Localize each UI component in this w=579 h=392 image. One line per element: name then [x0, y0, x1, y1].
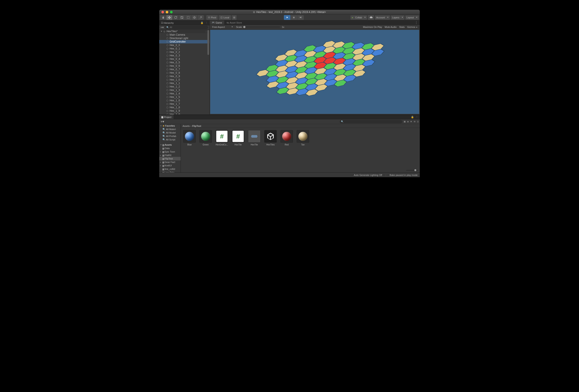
close-window-button[interactable] — [161, 11, 164, 13]
kebab-icon[interactable]: ⋮ — [205, 21, 208, 24]
folder-item[interactable]: ▆ Data — [159, 147, 181, 150]
local-toggle-button[interactable]: ◫ Local — [219, 15, 231, 20]
create-button[interactable]: +▾ — [160, 26, 165, 29]
panel-menu-icon[interactable]: ⋮ — [413, 20, 420, 25]
pivot-icon: ⊙ — [208, 16, 210, 19]
hierarchy-item[interactable]: ⬡Hex_0_5 — [159, 61, 209, 64]
hierarchy-item[interactable]: ⬡Hex_1_2 — [159, 85, 209, 88]
hierarchy-item[interactable]: ⬡Hex_0_7 — [159, 68, 209, 71]
asset-item[interactable]: Blue — [183, 130, 196, 146]
scene-row[interactable]: ▼◎HexTiles*⋮ — [159, 30, 209, 33]
folder-item[interactable]: ▸▆ KreliUI — [159, 164, 181, 167]
asset-item[interactable]: Green — [199, 130, 212, 146]
custom-tool-button[interactable] — [198, 15, 204, 20]
hierarchy-item[interactable]: ⬡Hex_1_5 — [159, 95, 209, 99]
project-content: Assets›FlipTest BlueGreen#HexGridCo...#H… — [181, 124, 420, 172]
hierarchy-item[interactable]: ⬡Hex_0_1 — [159, 47, 209, 50]
folder-item[interactable]: ▆ FlipTest — [159, 157, 181, 160]
hierarchy-item[interactable]: ⬡Hex_0_8 — [159, 71, 209, 75]
hand-tool-button[interactable] — [160, 15, 166, 20]
collab-dropdown[interactable]: ●Collab▼ — [351, 15, 367, 20]
account-dropdown[interactable]: Account▼ — [375, 15, 390, 20]
favorite-item[interactable]: 🔍 All Materi — [159, 128, 181, 131]
stats-button[interactable]: Stats — [398, 26, 406, 28]
play-button[interactable] — [284, 15, 290, 20]
layers-dropdown[interactable]: Layers▼ — [391, 15, 404, 20]
hierarchy-item[interactable]: ⬡Hex_0_6 — [159, 64, 209, 68]
pivot-toggle-button[interactable]: ⊙ Pivot — [206, 15, 218, 20]
game-viewport[interactable] — [210, 29, 420, 115]
hierarchy-item[interactable]: ⬡Hex_1_3 — [159, 88, 209, 92]
scale-slider[interactable] — [243, 27, 280, 27]
create-asset-button[interactable]: +▾ — [160, 120, 164, 124]
hierarchy-scrollbar[interactable] — [207, 30, 209, 55]
assets-header[interactable]: ▼▆ Assets — [159, 143, 181, 147]
lock-icon[interactable]: 🔒 — [201, 21, 204, 24]
asset-item[interactable]: HexTiles — [264, 130, 277, 146]
chevron-down-icon: ▼ — [416, 16, 418, 18]
hierarchy-item[interactable]: ⬡Hex_0_4 — [159, 57, 209, 61]
lock-icon[interactable]: 🔒 — [411, 116, 414, 118]
favorites-header[interactable]: ▼★ Favorites — [159, 124, 181, 128]
step-button[interactable] — [297, 15, 304, 20]
folder-item[interactable]: ▸▆ Low Poly — [159, 171, 181, 172]
layout-dropdown[interactable]: Layout▼ — [405, 15, 419, 20]
folder-item[interactable]: ▸▆ FlatKit — [159, 154, 181, 157]
transform-tool-button[interactable] — [191, 15, 198, 20]
kebab-icon[interactable]: ⋮ — [416, 116, 418, 118]
favorite-item[interactable]: 🔍 All Script — [159, 138, 181, 141]
hierarchy-item[interactable]: ⬡Hex_0_0 — [159, 43, 209, 47]
hierarchy-item[interactable]: ⬡GridController — [159, 40, 209, 43]
tab-project[interactable]: ▆Project — [159, 115, 173, 119]
asset-item[interactable]: HexTile — [248, 130, 261, 146]
snap-button[interactable]: ▦ — [232, 15, 237, 20]
hierarchy-tab[interactable]: ☱ Hierarchy 🔒 ⋮ — [159, 20, 209, 25]
save-search-icon[interactable]: ★ — [410, 120, 412, 123]
hierarchy-item[interactable]: ⬡Hex_1_7 — [159, 102, 209, 106]
hierarchy-item[interactable]: ⬡Hex_1_4 — [159, 92, 209, 95]
asset-thumbnail — [297, 130, 309, 143]
favorite-item[interactable]: 🔍 All Prefab — [159, 134, 181, 138]
hierarchy-item[interactable]: ⬡Hex_2_0 — [159, 113, 209, 115]
hierarchy-item[interactable]: ⬡Directional Light — [159, 37, 209, 40]
tab-game[interactable]: 🎮Game — [210, 20, 224, 25]
mute-audio-button[interactable]: Mute Audio — [383, 26, 398, 28]
hierarchy-item[interactable]: ⬡Hex_1_9 — [159, 109, 209, 113]
folder-item[interactable]: ▸▆ Epic Toon — [159, 150, 181, 154]
hidden-icon[interactable]: 👁 — [414, 120, 416, 123]
breadcrumb[interactable]: Assets›FlipTest — [181, 124, 420, 128]
folder-item[interactable]: ▸▆ Gear Fact — [159, 160, 181, 164]
tab-asset-store[interactable]: 🛍Asset Store — [224, 20, 244, 25]
rotate-tool-button[interactable] — [173, 15, 179, 20]
hierarchy-item[interactable]: ⬡Hex_0_3 — [159, 54, 209, 57]
favorite-item[interactable]: 🔍 All Model — [159, 131, 181, 134]
minimize-window-button[interactable] — [166, 11, 168, 13]
hierarchy-item[interactable]: ⬡Hex_0_2 — [159, 50, 209, 54]
asset-item[interactable]: Tan — [296, 130, 309, 146]
filter-by-label-icon[interactable]: ◈ — [407, 120, 409, 123]
hierarchy-item[interactable]: ⬡Hex_1_8 — [159, 106, 209, 109]
gizmos-dropdown[interactable]: Gizmos ▼ — [406, 26, 419, 28]
move-tool-button[interactable] — [166, 15, 172, 20]
hierarchy-search-input[interactable]: 🔍 All — [165, 26, 208, 29]
rect-tool-button[interactable] — [185, 15, 191, 20]
asset-item[interactable]: Red — [280, 130, 293, 146]
cloud-button[interactable] — [368, 15, 374, 20]
thumbnail-size-slider[interactable] — [406, 170, 418, 171]
hierarchy-item[interactable]: ⬡Main Camera — [159, 33, 209, 37]
hierarchy-item[interactable]: ⬡Hex_0_9 — [159, 75, 209, 78]
game-panel: 🎮Game 🛍Asset Store ⋮ Free Aspect▼ Scale … — [210, 20, 420, 115]
project-search-input[interactable]: 🔍 — [340, 120, 402, 123]
filter-by-type-icon[interactable]: ▣ — [404, 120, 406, 123]
folder-item[interactable]: ▆ line_collid — [159, 167, 181, 171]
asset-item[interactable]: #HexTile — [232, 130, 245, 146]
pause-button[interactable] — [290, 15, 297, 20]
aspect-dropdown[interactable]: Free Aspect▼ — [211, 26, 235, 28]
asset-item[interactable]: #HexGridCo... — [216, 130, 228, 146]
hierarchy-item[interactable]: ⬡Hex_1_6 — [159, 99, 209, 102]
maximize-window-button[interactable] — [170, 11, 173, 13]
scale-tool-button[interactable] — [179, 15, 185, 20]
hierarchy-item[interactable]: ⬡Hex_1_1 — [159, 81, 209, 85]
hierarchy-item[interactable]: ⬡Hex_1_0 — [159, 78, 209, 81]
maximize-on-play-button[interactable]: Maximize On Play — [362, 26, 383, 28]
